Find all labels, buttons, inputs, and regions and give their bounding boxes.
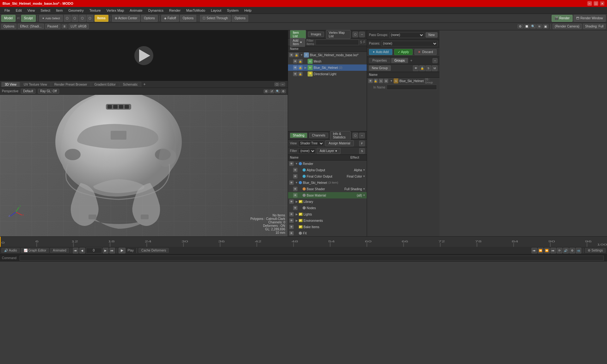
group-vis-m[interactable]: M: [384, 79, 389, 83]
command-input[interactable]: [20, 256, 604, 261]
tab-render-preset[interactable]: Render Preset Browser: [51, 82, 91, 87]
play-preview-button[interactable]: [134, 46, 153, 65]
menu-system[interactable]: System: [224, 8, 241, 13]
group-eye-icon[interactable]: 👁: [413, 65, 419, 71]
tree-item-dir-light[interactable]: 👁 🔒 💡 Directional Light: [288, 71, 367, 77]
add-item-button[interactable]: Add Item ▼: [290, 38, 305, 47]
tab-shading[interactable]: Shading: [290, 133, 307, 138]
lights-arrow[interactable]: ▶: [294, 213, 299, 216]
tab-images[interactable]: Images: [308, 32, 324, 37]
bake-arrow[interactable]: [294, 225, 299, 228]
effect-btn[interactable]: Effect: (Shadi...: [18, 24, 44, 29]
final-arrow[interactable]: [298, 175, 303, 178]
lib-arrow[interactable]: ▶: [294, 200, 299, 203]
group-s-icon[interactable]: S: [426, 65, 431, 71]
item-list-icon-2[interactable]: ↔: [359, 32, 365, 37]
group-m-icon[interactable]: M: [432, 65, 438, 71]
vp-icon-3[interactable]: 🔍: [530, 24, 536, 28]
transport-icon-3[interactable]: ⏩: [544, 248, 550, 253]
group-item-blue-ski[interactable]: 👁 🔒 S M ▼ G Blue_Ski_Helmet (3) : Group: [367, 78, 439, 84]
item-list-icon-1[interactable]: ⬡: [353, 32, 358, 37]
maximize-button[interactable]: □: [594, 1, 598, 6]
menu-help[interactable]: Help: [242, 8, 254, 13]
options3-button[interactable]: Options: [232, 15, 248, 22]
arrow-0[interactable]: ▼: [299, 53, 304, 57]
vis-icon-mesh[interactable]: 👁: [293, 59, 297, 64]
menu-maxtomodo[interactable]: MaxToModo: [184, 8, 208, 13]
menu-file[interactable]: File: [2, 8, 13, 13]
pass-groups-select[interactable]: (none): [389, 32, 424, 38]
transport-icon-4[interactable]: ⏭: [550, 248, 556, 253]
menu-layout[interactable]: Layout: [208, 8, 224, 13]
paused-icon[interactable]: ⏸: [62, 24, 67, 28]
tab-groups[interactable]: Groups: [391, 58, 408, 63]
lock-icon-helmet[interactable]: 🔒: [298, 65, 303, 70]
new-pass-group-button[interactable]: New: [426, 32, 438, 38]
audio-button[interactable]: 🔊 Audio: [1, 248, 20, 253]
model-mode-button[interactable]: Model: [1, 15, 15, 22]
properties-tab-add[interactable]: +: [409, 58, 414, 63]
auto-select-button[interactable]: ✦ Auto Select: [39, 15, 63, 22]
tab-schematic[interactable]: Schematic: [120, 82, 141, 87]
group-vis-s[interactable]: S: [379, 79, 383, 83]
tab-uv-texture-view[interactable]: UV Texture View: [20, 82, 51, 87]
play-button[interactable]: ▶: [119, 248, 126, 253]
vp-icon-1[interactable]: ⚙: [518, 24, 523, 28]
cache-deformers-button[interactable]: Cache Deformers: [138, 248, 169, 253]
step-forward-button[interactable]: ▶: [103, 248, 108, 253]
frame-counter[interactable]: 0: [86, 248, 102, 253]
render-button[interactable]: 🎬 Render: [552, 15, 573, 22]
skip-to-end-button[interactable]: ⏭: [109, 248, 115, 253]
transport-icon-8[interactable]: 📹: [576, 248, 581, 253]
transport-icon-5[interactable]: ⟳: [557, 248, 562, 253]
s-btn[interactable]: S: [360, 40, 362, 44]
filter-items-input[interactable]: [316, 39, 359, 45]
shader-tree-select[interactable]: Shader Tree: [298, 141, 324, 146]
tool-icon-3[interactable]: ⬡: [79, 15, 86, 22]
menu-vertex-map[interactable]: Vertex Map: [104, 8, 127, 13]
bake-vis-icon[interactable]: 👁: [289, 225, 294, 229]
env-vis-icon[interactable]: 👁: [289, 218, 294, 223]
passes-select[interactable]: (none): [382, 41, 438, 46]
vis-icon-0[interactable]: 👁: [289, 53, 294, 57]
options1-button[interactable]: Options: [141, 15, 157, 22]
shader-fx[interactable]: 👁 FX: [288, 230, 367, 236]
menu-item[interactable]: Item: [53, 8, 65, 13]
nodes-vis-icon[interactable]: 👁: [293, 206, 297, 210]
lights-vis-icon[interactable]: 👁: [289, 212, 294, 216]
shading-icon-2[interactable]: ↔: [359, 133, 365, 138]
render-camera-btn[interactable]: (Render Camera): [553, 24, 582, 29]
tool-icon-4[interactable]: ⬡: [87, 15, 94, 22]
tab-channels[interactable]: Channels: [309, 133, 328, 138]
tab-properties[interactable]: Properties: [369, 58, 390, 63]
vp-tb-icon-1[interactable]: ⚙: [264, 89, 269, 93]
transport-icon-7[interactable]: ⚙: [569, 248, 575, 253]
shader-nodes[interactable]: 👁 Nodes: [288, 205, 367, 211]
group-lock-icon[interactable]: 🔒: [419, 65, 425, 71]
auto-add-button[interactable]: ✦ Auto Add: [369, 49, 392, 55]
arrow-mesh[interactable]: [303, 60, 308, 63]
shader-render[interactable]: 👁 ▼ Render: [288, 161, 367, 167]
render-vis-icon[interactable]: 👁: [289, 161, 294, 166]
alpha-vis-icon[interactable]: 👁: [293, 168, 297, 172]
shader-bsh-group[interactable]: 👁 ▼ Blue_Ski_Helmet (3 Item): [288, 179, 367, 186]
vis-icon-light[interactable]: 👁: [293, 72, 297, 76]
items-button[interactable]: Items: [95, 15, 108, 22]
menu-render[interactable]: Render: [167, 8, 183, 13]
vp-tb-icon-3[interactable]: 🔍: [275, 89, 280, 93]
default-btn[interactable]: Default: [21, 89, 35, 94]
ray-gl-btn[interactable]: Ray GL: Off: [38, 89, 59, 94]
tab-vertex-map-list[interactable]: Vertex Map List: [326, 30, 351, 39]
shader-environments[interactable]: 👁 ▶ 📁 Environments: [288, 217, 367, 224]
fx-vis-icon[interactable]: 👁: [289, 231, 294, 235]
in-name-input[interactable]: [387, 85, 437, 90]
env-arrow[interactable]: ▶: [294, 219, 299, 222]
shader-base-material[interactable]: 👁 Base Material (all) ▼: [288, 192, 367, 198]
graph-editor-button[interactable]: 📈 Graph Editor: [21, 248, 49, 253]
final-vis-icon[interactable]: 👁: [293, 174, 297, 179]
group-arrow[interactable]: ▼: [389, 79, 394, 82]
skip-to-start-button[interactable]: ⏮: [73, 248, 78, 253]
arrow-light[interactable]: [303, 72, 308, 76]
animated-button[interactable]: Animated: [50, 248, 69, 253]
alpha-arrow[interactable]: [298, 168, 303, 172]
